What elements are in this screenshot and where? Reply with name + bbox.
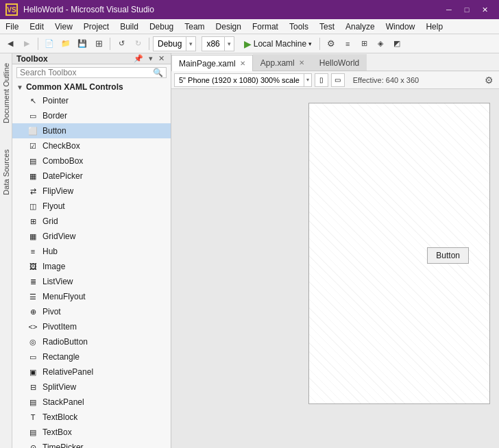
toolbox-search-box[interactable]: 🔍 [16, 67, 167, 78]
radiobutton-label: RadioButton [42, 337, 88, 347]
toolbar-extra-4[interactable]: ◈ [373, 36, 388, 51]
toolbox-item-hub[interactable]: ≡ Hub [12, 244, 171, 259]
undo-button[interactable]: ↺ [114, 36, 129, 51]
toolbox-pin-icon[interactable]: 📌 [132, 53, 145, 64]
toolbox-item-splitview[interactable]: ⊟ SplitView [12, 379, 171, 395]
open-button[interactable]: 📁 [58, 36, 73, 51]
minimize-button[interactable]: ─ [440, 0, 458, 19]
pointer-label: Pointer [42, 96, 69, 105]
portrait-btn[interactable]: ▯ [315, 73, 328, 87]
menu-edit[interactable]: Edit [24, 19, 49, 34]
toolbox-item-textblock[interactable]: T TextBlock [12, 410, 171, 425]
device-dropdown[interactable]: 5" Phone (1920 x 1080) 300% scale ▾ [174, 73, 312, 87]
side-label-document-outline[interactable]: Document Outline [1, 60, 12, 126]
toolbar-extra-5[interactable]: ◩ [389, 36, 404, 51]
device-label: 5" Phone (1920 x 1080) 300% scale [175, 76, 304, 84]
category-expand-icon: ▼ [16, 84, 23, 91]
tab-app-xaml[interactable]: App.xaml ✕ [253, 54, 312, 71]
toolbox-category[interactable]: ▼ Common XAML Controls [12, 81, 171, 93]
run-dropdown-arrow: ▾ [308, 40, 312, 47]
toolbox-item-stackpanel[interactable]: ▤ StackPanel [12, 395, 171, 410]
tab-helloworld[interactable]: HelloWorld [312, 54, 367, 71]
datepicker-icon: ▦ [27, 171, 38, 182]
debug-config-dropdown[interactable]: Debug ▾ [153, 36, 196, 51]
menu-analyze[interactable]: Analyze [340, 19, 380, 34]
separator-1 [38, 38, 38, 50]
save-button[interactable]: 💾 [75, 36, 90, 51]
toolbox-menu-icon[interactable]: ▾ [147, 53, 155, 64]
menu-bar: File Edit View Project Build Debug Team … [0, 19, 499, 34]
toolbox-item-flipview[interactable]: ⇄ FlipView [12, 184, 171, 199]
toolbox-controls: 📌 ▾ ✕ [132, 53, 167, 64]
toolbox-item-border[interactable]: ▭ Border [12, 108, 171, 123]
menu-project[interactable]: Project [78, 19, 114, 34]
button-icon: ⬜ [27, 125, 38, 136]
menu-file[interactable]: File [0, 19, 24, 34]
splitview-label: SplitView [42, 382, 76, 392]
close-button[interactable]: ✕ [476, 0, 494, 19]
design-settings-icon[interactable]: ⚙ [481, 73, 496, 88]
toolbox-item-button[interactable]: ⬜ Button [12, 123, 171, 138]
menu-debug[interactable]: Debug [144, 19, 179, 34]
forward-button[interactable]: ▶ [19, 36, 34, 51]
toolbox-items-list: ↖ Pointer ▭ Border ⬜ Button ☑ CheckBox ▤… [12, 93, 171, 448]
toolbox-close-icon[interactable]: ✕ [156, 53, 167, 64]
toolbox-item-pivotitem[interactable]: <> PivotItem [12, 319, 171, 334]
textbox-icon: ▤ [27, 427, 38, 438]
toolbox-item-gridview[interactable]: ▦ GridView [12, 229, 171, 244]
toolbox-header: Toolbox 📌 ▾ ✕ [12, 53, 171, 64]
toolbox-item-flyout[interactable]: ◫ Flyout [12, 199, 171, 214]
redo-button[interactable]: ↻ [130, 36, 145, 51]
toolbox-item-rectangle[interactable]: ▭ Rectangle [12, 349, 171, 364]
menu-format[interactable]: Format [247, 19, 284, 34]
toolbox-item-grid[interactable]: ⊞ Grid [12, 214, 171, 229]
textblock-label: TextBlock [42, 412, 77, 422]
toolbox-item-pivot[interactable]: ⊕ Pivot [12, 304, 171, 319]
toolbox-item-image[interactable]: 🖼 Image [12, 259, 171, 274]
menu-team[interactable]: Team [179, 19, 210, 34]
platform-dropdown[interactable]: x86 ▾ [202, 36, 234, 51]
title-bar: VS HelloWorld - Microsoft Visual Studio … [0, 0, 499, 19]
run-button[interactable]: ▶ Local Machine ▾ [240, 37, 316, 51]
toolbar-extra-2[interactable]: ≡ [340, 36, 355, 51]
listview-label: ListView [42, 277, 73, 286]
toolbox-item-datepicker[interactable]: ▦ DatePicker [12, 169, 171, 184]
radiobutton-icon: ◎ [27, 336, 38, 347]
tab-app-label: App.xaml [260, 58, 295, 68]
hub-label: Hub [42, 247, 58, 256]
menu-tools[interactable]: Tools [284, 19, 314, 34]
menu-test[interactable]: Test [314, 19, 340, 34]
tab-mainpage-xaml[interactable]: MainPage.xaml ✕ [171, 55, 253, 71]
search-input[interactable] [17, 68, 150, 77]
gridview-label: GridView [42, 232, 75, 241]
menu-build[interactable]: Build [114, 19, 144, 34]
toolbox-item-relativepanel[interactable]: ▣ RelativePanel [12, 364, 171, 379]
toolbox-item-listview[interactable]: ≣ ListView [12, 274, 171, 289]
toolbox-item-menuflyout[interactable]: ☰ MenuFlyout [12, 289, 171, 304]
timepicker-icon: ⊙ [27, 442, 38, 448]
pivot-icon: ⊕ [27, 306, 38, 317]
toolbar-extra-1[interactable]: ⚙ [324, 36, 339, 51]
image-icon: 🖼 [27, 261, 38, 272]
toolbox-item-checkbox[interactable]: ☑ CheckBox [12, 138, 171, 153]
toolbox-item-pointer[interactable]: ↖ Pointer [12, 93, 171, 108]
tab-app-close-icon[interactable]: ✕ [299, 59, 304, 66]
side-label-data-sources[interactable]: Data Sources [1, 147, 12, 198]
new-file-button[interactable]: 📄 [42, 36, 57, 51]
landscape-btn[interactable]: ▭ [331, 73, 345, 87]
menu-view[interactable]: View [49, 19, 78, 34]
toolbox-item-timepicker[interactable]: ⊙ TimePicker [12, 440, 171, 448]
back-button[interactable]: ◀ [3, 36, 18, 51]
toolbox-item-textbox[interactable]: ▤ TextBox [12, 425, 171, 440]
toolbox-item-combobox[interactable]: ▤ ComboBox [12, 153, 171, 169]
checkbox-icon: ☑ [27, 140, 38, 151]
menu-window[interactable]: Window [380, 19, 421, 34]
save-all-button[interactable]: ⊞ [91, 36, 106, 51]
maximize-button[interactable]: □ [458, 0, 476, 19]
menu-design[interactable]: Design [210, 19, 247, 34]
menu-help[interactable]: Help [420, 19, 448, 34]
toolbar-extra-3[interactable]: ⊞ [356, 36, 372, 51]
flipview-label: FlipView [42, 186, 73, 196]
tab-mainpage-label: MainPage.xaml [179, 59, 236, 69]
toolbox-item-radiobutton[interactable]: ◎ RadioButton [12, 334, 171, 349]
